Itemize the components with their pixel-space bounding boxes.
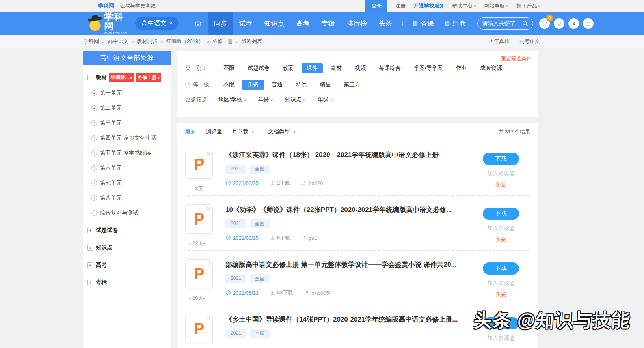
level-option-thirdparty[interactable]: 第三方 bbox=[339, 80, 365, 90]
expand-icon[interactable]: + bbox=[91, 135, 97, 141]
expand-icon[interactable]: + bbox=[91, 120, 97, 126]
category-option-study-plans[interactable]: 学案/导学案 bbox=[409, 63, 448, 73]
expand-icon[interactable]: + bbox=[87, 228, 93, 233]
ppt-thumbnail[interactable]: P bbox=[185, 204, 213, 234]
tree-node-unit4[interactable]: +第四单元 家乡文化生活 bbox=[91, 135, 166, 142]
level-option-normal[interactable]: 普通 bbox=[266, 80, 288, 90]
category-option-materials[interactable]: 素材 bbox=[326, 63, 347, 73]
tree-node-review[interactable]: −综合复习与测试 bbox=[91, 210, 166, 217]
breadcrumb-sync[interactable]: 教材同步 bbox=[137, 38, 158, 45]
tree-node-knowledge[interactable]: +知识点 bbox=[87, 244, 166, 251]
site-nav-menu[interactable]: 网站导航 ∨ bbox=[484, 2, 509, 9]
grade-dropdown[interactable]: 年级∨ bbox=[318, 96, 333, 103]
expand-icon[interactable]: + bbox=[91, 195, 97, 201]
category-option-lesson-plans[interactable]: 教案 bbox=[277, 63, 299, 73]
category-option-video[interactable]: 视频 bbox=[350, 63, 371, 73]
search-icon[interactable] bbox=[521, 20, 529, 27]
recharge-button[interactable]: ¥ bbox=[568, 18, 579, 29]
login-button[interactable]: 登录 bbox=[365, 0, 387, 12]
category-option-courseware[interactable]: 课件 bbox=[302, 63, 323, 73]
level-option-all[interactable]: 不限 bbox=[218, 80, 240, 90]
tree-node-unit3[interactable]: +第三单元 bbox=[91, 120, 166, 127]
nav-item-albums[interactable]: 专辑 bbox=[316, 12, 341, 35]
sort-views[interactable]: 浏览量 bbox=[206, 128, 222, 135]
expand-icon[interactable]: + bbox=[91, 150, 97, 156]
level-option-premium[interactable]: 精品 bbox=[315, 80, 336, 90]
expand-icon[interactable]: + bbox=[87, 280, 93, 285]
reset-filters-link[interactable]: 重置筛选条件 bbox=[501, 55, 532, 62]
expand-icon[interactable]: + bbox=[87, 245, 93, 251]
category-option-homework[interactable]: 作业 bbox=[451, 63, 472, 73]
tree-node-unit2[interactable]: +第二单元 bbox=[91, 105, 166, 112]
download-button[interactable]: 下载 bbox=[483, 262, 519, 275]
category-option-sets[interactable]: 成套资源 bbox=[475, 63, 507, 73]
category-option-all[interactable]: 不限 bbox=[218, 63, 240, 73]
nav-tool-lesson-prep[interactable]: 备课 bbox=[407, 19, 439, 28]
knowledge-dropdown[interactable]: 知识点∨ bbox=[285, 96, 306, 103]
year-dropdown[interactable]: 年份∨ bbox=[258, 96, 273, 103]
help-center-menu[interactable]: 帮助中心 ∨ bbox=[452, 2, 476, 9]
uploader-name[interactable]: gu1 bbox=[309, 235, 317, 241]
close-icon[interactable]: × bbox=[157, 75, 160, 80]
sort-month-downloads[interactable]: 月下载▼ bbox=[232, 128, 255, 135]
uploader-name[interactable]: xkw0054 bbox=[312, 290, 332, 296]
nav-item-sync[interactable]: 同步 bbox=[208, 12, 233, 35]
breadcrumb-home[interactable]: 学科网 bbox=[84, 38, 99, 45]
category-option-prep[interactable]: 备课综合 bbox=[374, 63, 406, 73]
expand-icon[interactable]: + bbox=[91, 165, 97, 171]
upload-button[interactable] bbox=[583, 18, 594, 29]
add-to-basket-link[interactable]: 加入资源篮 bbox=[472, 170, 530, 177]
level-option-special[interactable]: 特供 bbox=[290, 80, 312, 90]
nav-item-headlines[interactable]: 头条 bbox=[373, 12, 398, 35]
doc-type-dropdown[interactable]: 文档类型▼ bbox=[268, 128, 296, 135]
site-logo[interactable]: 学科网 www.zxxk.com bbox=[88, 12, 127, 35]
tree-node-gaokao[interactable]: +高考 bbox=[87, 262, 166, 269]
expand-icon[interactable]: + bbox=[91, 180, 97, 186]
register-link[interactable]: 注册 bbox=[395, 2, 406, 9]
tree-node-unit7[interactable]: +第七单元 bbox=[91, 180, 166, 187]
tree-node-unit8[interactable]: +第八单元 bbox=[91, 195, 166, 202]
download-button[interactable]: 下载 bbox=[483, 153, 519, 165]
sort-latest[interactable]: 最新 bbox=[185, 128, 196, 135]
preview-zoom-icon[interactable] bbox=[206, 206, 211, 211]
expand-icon[interactable]: + bbox=[87, 262, 93, 268]
preview-zoom-icon[interactable] bbox=[206, 316, 211, 321]
resource-title[interactable]: 《涉江采芙蓉》课件（18张） 2020—2021学年统编版高中语文必修上册 bbox=[225, 150, 472, 159]
collapse-icon[interactable]: − bbox=[91, 210, 97, 216]
nav-item-papers[interactable]: 试卷 bbox=[233, 12, 259, 35]
collapse-icon[interactable]: − bbox=[87, 75, 93, 80]
subject-selector[interactable]: 高中语文 ∨ bbox=[135, 17, 179, 30]
add-to-basket-link[interactable]: 加入资源篮 bbox=[472, 280, 530, 287]
ppt-thumbnail[interactable]: P bbox=[185, 314, 213, 343]
expand-icon[interactable]: + bbox=[91, 105, 97, 111]
close-icon[interactable]: × bbox=[130, 75, 132, 80]
breadcrumb-edition[interactable]: 统编版（2019） bbox=[166, 38, 203, 45]
tree-node-albums[interactable]: +专辑 bbox=[87, 279, 166, 286]
breadcrumb-volume[interactable]: 必修上册 bbox=[212, 38, 233, 45]
download-button[interactable]: 下载 bbox=[483, 317, 519, 329]
download-button[interactable]: 下载 bbox=[483, 208, 519, 220]
products-menu[interactable]: 旗下产品 ∨ bbox=[516, 2, 541, 9]
region-dropdown[interactable]: 地区/学校∨ bbox=[218, 96, 246, 103]
breadcrumb-subject[interactable]: 高中语文 bbox=[108, 38, 128, 45]
nav-home[interactable] bbox=[188, 12, 208, 35]
tree-node-papers[interactable]: +试题试卷 bbox=[87, 227, 166, 234]
nav-item-knowledge[interactable]: 知识点 bbox=[259, 12, 290, 35]
tree-node-unit6[interactable]: +第六单元 bbox=[91, 165, 166, 172]
resource-title[interactable]: 10《劝学》《师说》课件（22张PPT）2020-2021学年统编版高中语文必修… bbox=[225, 205, 472, 214]
preview-zoom-icon[interactable] bbox=[206, 151, 211, 156]
tree-node-textbook[interactable]: − 教材 统编版... × 必修上册 × bbox=[87, 73, 166, 82]
tree-node-unit5[interactable]: +第五单元 整本书阅读 bbox=[91, 150, 166, 157]
add-to-basket-link[interactable]: 加入资源篮 bbox=[472, 225, 530, 232]
nav-item-gaokao[interactable]: 高考 bbox=[290, 12, 316, 35]
preview-zoom-icon[interactable] bbox=[206, 261, 211, 266]
topbar-brand[interactable]: 学科网 bbox=[98, 2, 114, 9]
tree-node-unit1[interactable]: +第一单元 bbox=[91, 90, 166, 97]
gaokao-essay-link[interactable]: 高考作文 bbox=[519, 38, 540, 45]
resource-title[interactable]: 《乡土中国》导读课件（14张PPT）2020-2021学年统编版高中语文必修上册… bbox=[225, 315, 472, 324]
level-option-free[interactable]: 免费 bbox=[242, 80, 264, 90]
nav-item-ranking[interactable]: 排行榜 bbox=[341, 12, 373, 35]
past-papers-link[interactable]: 历年真题 bbox=[489, 38, 509, 45]
ppt-thumbnail[interactable]: P bbox=[185, 259, 213, 288]
school-service-link[interactable]: 开通学校服务 bbox=[413, 2, 444, 9]
